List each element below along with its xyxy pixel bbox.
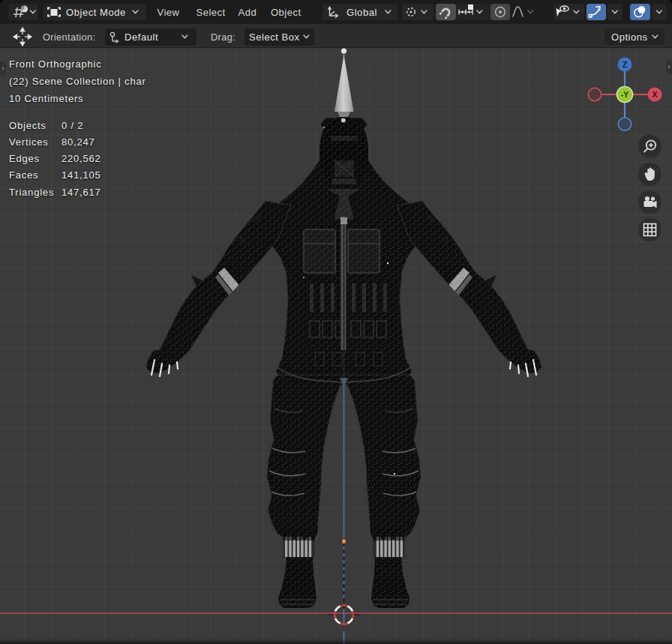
svg-text:Default: Default [124, 31, 158, 43]
svg-text:Object: Object [271, 7, 302, 18]
svg-text:X: X [652, 90, 658, 99]
svg-text:Object Mode: Object Mode [66, 7, 126, 18]
svg-text:Orientation:: Orientation: [43, 31, 95, 43]
svg-text:Select Box: Select Box [249, 31, 300, 43]
svg-text:-Y: -Y [621, 90, 629, 99]
svg-text:View: View [158, 7, 180, 18]
svg-text:Select: Select [196, 7, 226, 18]
svg-text:Z: Z [622, 60, 628, 69]
svg-text:Options: Options [611, 31, 648, 43]
svg-text:Add: Add [238, 7, 257, 18]
svg-text:Global: Global [346, 7, 377, 18]
svg-text:Drag:: Drag: [211, 31, 236, 43]
